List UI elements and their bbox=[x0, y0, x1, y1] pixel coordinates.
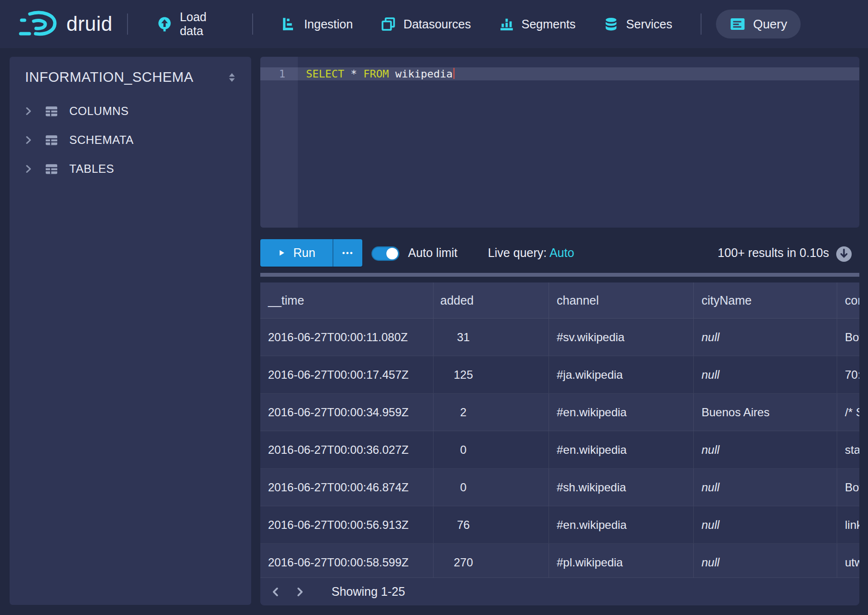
sql-keyword: FROM bbox=[363, 68, 389, 80]
cell-added-value: 31 bbox=[440, 319, 486, 356]
cell-added[interactable]: 270 bbox=[434, 544, 549, 581]
druid-brand[interactable]: druid bbox=[18, 9, 113, 39]
cell-time[interactable]: 2016-06-27T00:00:58.599Z bbox=[260, 544, 434, 581]
column-header-cityname[interactable]: cityName bbox=[694, 282, 837, 318]
cell-channel[interactable]: #ja.wikipedia bbox=[549, 356, 694, 393]
nav-item-services[interactable]: Services bbox=[589, 0, 686, 48]
cell-comment[interactable]: sta bbox=[837, 431, 859, 468]
cell-time[interactable]: 2016-06-27T00:00:36.027Z bbox=[260, 431, 434, 468]
cell-cityname[interactable]: Buenos Aires bbox=[694, 394, 837, 431]
cell-comment[interactable]: 70: bbox=[837, 356, 859, 393]
ellipsis-icon: ••• bbox=[342, 248, 354, 258]
cell-channel[interactable]: #en.wikipedia bbox=[549, 506, 694, 543]
nav-divider bbox=[252, 13, 253, 35]
prev-page-button[interactable] bbox=[265, 581, 286, 602]
table-icon bbox=[44, 104, 59, 118]
run-button-group: Run ••• bbox=[260, 239, 362, 267]
cell-comment[interactable]: utw bbox=[837, 544, 859, 581]
cell-added[interactable]: 31 bbox=[434, 319, 549, 356]
auto-limit-label: Auto limit bbox=[408, 239, 458, 267]
table-icon bbox=[44, 162, 59, 176]
results-table: __time added channel cityName comment 20… bbox=[260, 282, 859, 605]
download-results-button[interactable] bbox=[836, 246, 852, 262]
tree-item-label: TABLES bbox=[69, 162, 114, 176]
tree-item-tables[interactable]: TABLES bbox=[10, 154, 251, 183]
toggle-knob bbox=[386, 248, 398, 259]
cell-channel[interactable]: #en.wikipedia bbox=[549, 394, 694, 431]
editor-gutter bbox=[260, 57, 298, 228]
ingestion-icon bbox=[281, 16, 297, 32]
sql-editor[interactable]: 1 SELECT * FROM wikipedia bbox=[260, 57, 859, 228]
nav-item-ingestion[interactable]: Ingestion bbox=[268, 0, 367, 48]
cell-added[interactable]: 0 bbox=[434, 431, 549, 468]
cell-added-value: 0 bbox=[440, 469, 486, 506]
tree-item-label: COLUMNS bbox=[69, 104, 129, 118]
text-cursor bbox=[453, 68, 455, 79]
chevron-right-icon bbox=[23, 135, 34, 145]
cell-time[interactable]: 2016-06-27T00:00:11.080Z bbox=[260, 319, 434, 356]
nav-item-datasources[interactable]: Datasources bbox=[367, 0, 485, 48]
cell-added-value: 76 bbox=[440, 506, 486, 543]
cell-added[interactable]: 125 bbox=[434, 356, 549, 393]
cell-comment[interactable]: Bot bbox=[837, 469, 859, 506]
cell-comment[interactable]: link bbox=[837, 506, 859, 543]
chevron-right-icon bbox=[23, 106, 34, 116]
run-button[interactable]: Run bbox=[260, 239, 332, 267]
datasources-icon bbox=[381, 16, 396, 32]
editor-active-line[interactable]: 1 SELECT * FROM wikipedia bbox=[260, 67, 859, 80]
live-query-value[interactable]: Auto bbox=[549, 246, 574, 259]
cell-added-value: 125 bbox=[440, 356, 486, 393]
cell-time[interactable]: 2016-06-27T00:00:34.959Z bbox=[260, 394, 434, 431]
run-more-button[interactable]: ••• bbox=[332, 239, 362, 267]
cell-cityname[interactable]: null bbox=[694, 544, 837, 581]
column-header-channel[interactable]: channel bbox=[549, 282, 694, 318]
next-page-button[interactable] bbox=[289, 581, 310, 602]
tree-item-schemata[interactable]: SCHEMATA bbox=[10, 126, 251, 154]
resize-divider[interactable] bbox=[260, 273, 859, 277]
sql-text[interactable]: SELECT * FROM wikipedia bbox=[298, 67, 859, 80]
cell-added-value: 270 bbox=[440, 544, 486, 581]
cell-channel[interactable]: #en.wikipedia bbox=[549, 431, 694, 468]
cell-cityname[interactable]: null bbox=[694, 356, 837, 393]
column-header-added[interactable]: added bbox=[434, 282, 549, 318]
cell-channel[interactable]: #pl.wikipedia bbox=[549, 544, 694, 581]
live-query-label: Live query: bbox=[488, 246, 547, 259]
sort-icon[interactable] bbox=[226, 72, 238, 83]
table-row: 2016-06-27T00:00:46.874Z 0 #sh.wikipedia… bbox=[260, 469, 859, 506]
tree-item-label: SCHEMATA bbox=[69, 133, 134, 147]
nav-item-load-data[interactable]: Load data bbox=[142, 0, 238, 48]
chevron-left-icon bbox=[270, 586, 281, 598]
showing-label: Showing 1-25 bbox=[332, 585, 405, 599]
results-summary: 100+ results in 0.10s bbox=[718, 239, 829, 267]
cell-cityname[interactable]: null bbox=[694, 469, 837, 506]
cell-cityname[interactable]: null bbox=[694, 319, 837, 356]
cell-added[interactable]: 2 bbox=[434, 394, 549, 431]
cell-cityname[interactable]: null bbox=[694, 431, 837, 468]
tree-item-columns[interactable]: COLUMNS bbox=[10, 97, 251, 126]
cell-added[interactable]: 0 bbox=[434, 469, 549, 506]
nav-item-segments[interactable]: Segments bbox=[485, 0, 590, 48]
table-body: 2016-06-27T00:00:11.080Z 31 #sv.wikipedi… bbox=[260, 319, 859, 581]
nav-item-query-active[interactable]: Query bbox=[716, 10, 801, 38]
column-header-time[interactable]: __time bbox=[260, 282, 434, 318]
table-icon bbox=[44, 133, 59, 147]
druid-logo-icon bbox=[18, 9, 61, 39]
table-row: 2016-06-27T00:00:17.457Z 125 #ja.wikiped… bbox=[260, 356, 859, 394]
cell-time[interactable]: 2016-06-27T00:00:17.457Z bbox=[260, 356, 434, 393]
play-icon bbox=[278, 249, 286, 257]
auto-limit-toggle[interactable] bbox=[371, 246, 399, 261]
table-row: 2016-06-27T00:00:36.027Z 0 #en.wikipedia… bbox=[260, 431, 859, 469]
column-header-comment[interactable]: comment bbox=[837, 282, 859, 318]
cell-added[interactable]: 76 bbox=[434, 506, 549, 543]
cell-cityname[interactable]: null bbox=[694, 506, 837, 543]
cell-channel[interactable]: #sv.wikipedia bbox=[549, 319, 694, 356]
cell-time[interactable]: 2016-06-27T00:00:46.874Z bbox=[260, 469, 434, 506]
cell-time[interactable]: 2016-06-27T00:00:56.913Z bbox=[260, 506, 434, 543]
cell-comment[interactable]: /* S bbox=[837, 394, 859, 431]
nav-item-label: Query bbox=[753, 17, 787, 32]
cell-channel[interactable]: #sh.wikipedia bbox=[549, 469, 694, 506]
table-pagination: Showing 1-25 bbox=[260, 577, 859, 605]
sql-keyword: SELECT bbox=[306, 68, 344, 80]
cell-comment[interactable]: Bot bbox=[837, 319, 859, 356]
nav-divider bbox=[127, 13, 128, 35]
